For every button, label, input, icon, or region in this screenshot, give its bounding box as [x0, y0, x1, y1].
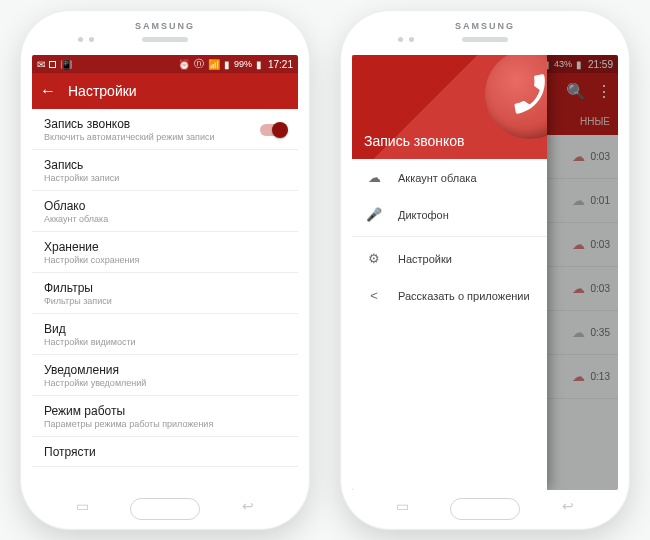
brand-label: SAMSUNG — [340, 21, 630, 31]
back-icon[interactable]: ← — [40, 82, 56, 100]
setting-title: Запись — [44, 158, 286, 172]
setting-title: Режим работы — [44, 404, 286, 418]
phone-frame-right: SAMSUNG ᛒ 📳 📶 ▮ 43% ▮ 21:59 🔍 ⋮ ННЫЕ — [340, 10, 630, 530]
drawer-item-share[interactable]: < Рассказать о приложении — [352, 277, 547, 314]
drawer-item-cloud[interactable]: ☁ Аккаунт облака — [352, 159, 547, 196]
share-icon: < — [366, 288, 382, 303]
setting-subtitle: Фильтры записи — [44, 296, 286, 306]
home-button[interactable] — [130, 498, 200, 520]
navigation-drawer: Запись звонков ☁ Аккаунт облака 🎤 Диктоф… — [352, 55, 547, 490]
setting-subtitle: Настройки видимости — [44, 337, 286, 347]
setting-subtitle: Включить автоматический режим записи — [44, 132, 260, 142]
setting-row-mode[interactable]: Режим работы Параметры режима работы при… — [32, 396, 298, 437]
signal-icon: ▮ — [224, 59, 230, 70]
phone-icon — [485, 55, 547, 139]
brand-label: SAMSUNG — [20, 21, 310, 31]
sensors — [78, 37, 94, 42]
drawer-item-settings[interactable]: ⚙ Настройки — [352, 240, 547, 277]
gear-icon: ⚙ — [366, 251, 382, 266]
setting-row-view[interactable]: Вид Настройки видимости — [32, 314, 298, 355]
mail-icon: ✉ — [37, 59, 45, 70]
drawer-item-label: Рассказать о приложении — [398, 290, 530, 302]
drawer-item-dictaphone[interactable]: 🎤 Диктофон — [352, 196, 547, 233]
drawer-header: Запись звонков — [352, 55, 547, 159]
setting-subtitle: Аккаунт облака — [44, 214, 286, 224]
setting-row-shake[interactable]: Потрясти — [32, 437, 298, 467]
nfc-icon: ⓝ — [194, 57, 204, 71]
drawer-item-label: Диктофон — [398, 209, 449, 221]
nav-back-icon[interactable]: ↩ — [562, 498, 574, 514]
setting-row-storage[interactable]: Хранение Настройки сохранения — [32, 232, 298, 273]
setting-row-record-calls[interactable]: Запись звонков Включить автоматический р… — [32, 109, 298, 150]
battery-icon: ▮ — [256, 59, 262, 70]
drawer-title: Запись звонков — [364, 133, 465, 149]
setting-subtitle: Параметры режима работы приложения — [44, 419, 286, 429]
app-bar: ← Настройки — [32, 73, 298, 109]
setting-title: Потрясти — [44, 445, 286, 459]
speaker-slot — [142, 37, 188, 42]
vibrate-icon: 📳 — [60, 59, 72, 70]
setting-title: Уведомления — [44, 363, 286, 377]
settings-list[interactable]: Запись звонков Включить автоматический р… — [32, 109, 298, 490]
speaker-slot — [462, 37, 508, 42]
wifi-icon: 📶 — [208, 59, 220, 70]
screen-left: ✉ 📳 ⏰ ⓝ 📶 ▮ 99% ▮ 17:21 ← Настройки Запи… — [32, 55, 298, 490]
cloud-icon: ☁ — [366, 170, 382, 185]
alarm-icon: ⏰ — [178, 59, 190, 70]
drawer-item-label: Настройки — [398, 253, 452, 265]
home-button[interactable] — [450, 498, 520, 520]
battery-pct: 99% — [234, 59, 252, 69]
setting-row-notifications[interactable]: Уведомления Настройки уведомлений — [32, 355, 298, 396]
page-title: Настройки — [68, 83, 137, 99]
setting-subtitle: Настройки сохранения — [44, 255, 286, 265]
setting-subtitle: Настройки уведомлений — [44, 378, 286, 388]
setting-subtitle: Настройки записи — [44, 173, 286, 183]
nav-recent-icon[interactable]: ▭ — [396, 498, 409, 514]
mic-icon: 🎤 — [366, 207, 382, 222]
phone-frame-left: SAMSUNG ✉ 📳 ⏰ ⓝ 📶 ▮ 99% ▮ 17:21 ← Настро… — [20, 10, 310, 530]
sensors — [398, 37, 414, 42]
setting-row-filters[interactable]: Фильтры Фильтры записи — [32, 273, 298, 314]
setting-row-cloud[interactable]: Облако Аккаунт облака — [32, 191, 298, 232]
toggle-switch[interactable] — [260, 124, 286, 136]
nav-recent-icon[interactable]: ▭ — [76, 498, 89, 514]
app-icon — [49, 61, 56, 68]
divider — [352, 236, 547, 237]
setting-title: Хранение — [44, 240, 286, 254]
nav-back-icon[interactable]: ↩ — [242, 498, 254, 514]
screen-right: ᛒ 📳 📶 ▮ 43% ▮ 21:59 🔍 ⋮ ННЫЕ ☁ 0:03 ☁ — [352, 55, 618, 490]
setting-title: Запись звонков — [44, 117, 260, 131]
clock: 17:21 — [268, 59, 293, 70]
drawer-item-label: Аккаунт облака — [398, 172, 477, 184]
setting-title: Облако — [44, 199, 286, 213]
status-bar: ✉ 📳 ⏰ ⓝ 📶 ▮ 99% ▮ 17:21 — [32, 55, 298, 73]
setting-row-record[interactable]: Запись Настройки записи — [32, 150, 298, 191]
setting-title: Фильтры — [44, 281, 286, 295]
setting-title: Вид — [44, 322, 286, 336]
